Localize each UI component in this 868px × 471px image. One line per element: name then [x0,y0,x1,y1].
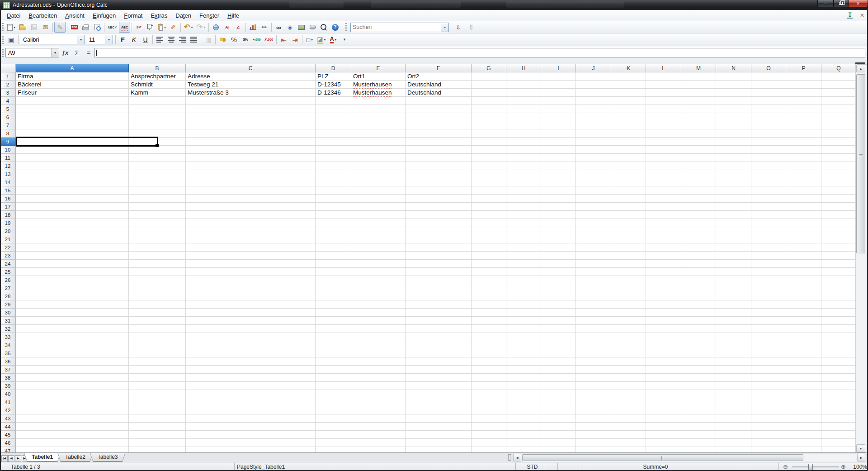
cell-reference-input[interactable] [6,50,51,56]
new-document-button[interactable]: ▾ [5,22,17,33]
column-header-N[interactable]: N [716,64,751,72]
column-header-C[interactable]: C [186,64,316,72]
auto-spellcheck-button[interactable]: ABC [119,22,130,33]
row-header-4[interactable]: 4 [0,97,16,105]
add-decimal-place-button[interactable]: +.000 [251,34,263,45]
row-header-27[interactable]: 27 [0,284,16,292]
number-format-currency-button[interactable] [217,34,228,45]
column-header-F[interactable]: F [406,64,472,72]
column-header-K[interactable]: K [611,64,646,72]
next-sheet-button[interactable]: ▶ [15,455,21,462]
previous-sheet-button[interactable]: ◀ [8,455,14,462]
styles-and-formatting-button[interactable]: ▣ [5,34,17,45]
row-header-14[interactable]: 14 [0,178,16,186]
find-next-button[interactable]: ⇩ [453,22,464,33]
row-header-36[interactable]: 36 [0,357,16,366]
column-header-E[interactable]: E [351,64,406,72]
column-header-P[interactable]: P [786,64,821,72]
column-header-A[interactable]: A [16,64,129,72]
sheet-tab-Tabelle3[interactable]: Tabelle3 [90,453,126,462]
find-input[interactable] [351,24,441,31]
insert-chart-button[interactable] [247,22,259,33]
font-size-dropdown[interactable]: ▾ [105,35,113,44]
column-header-H[interactable]: H [506,64,541,72]
menu-item-ansicht[interactable]: Ansicht [61,11,89,20]
row-header-3[interactable]: 3 [0,89,16,97]
email-button[interactable]: ✉ [40,22,51,33]
toolbar-grip[interactable] [2,23,4,31]
tab-scrollbar-splitter[interactable] [508,454,511,461]
row-header-41[interactable]: 41 [0,398,16,406]
row-header-20[interactable]: 20 [0,227,16,235]
row-header-17[interactable]: 17 [0,203,16,211]
find-toolbar-grip[interactable] [345,23,347,31]
select-all-corner[interactable] [0,64,16,72]
row-header-8[interactable]: 8 [0,129,16,138]
row-header-13[interactable]: 13 [0,170,16,178]
font-name-input[interactable] [21,36,77,43]
row-header-23[interactable]: 23 [0,252,16,260]
background-color-button[interactable]: ◪▾ [315,34,327,45]
sort-descending-button[interactable]: Z↓ [233,22,244,33]
scroll-down-button[interactable]: ▼ [856,444,865,452]
number-format-percent-button[interactable]: % [228,34,240,45]
navigator-button[interactable]: ◈ [284,22,296,33]
row-header-29[interactable]: 29 [0,300,16,309]
row-header-25[interactable]: 25 [0,268,16,276]
row-header-38[interactable]: 38 [0,374,16,382]
borders-dropdown[interactable]: ▾ [311,38,313,42]
name-box-dropdown[interactable]: ▾ [51,48,59,57]
row-header-45[interactable]: 45 [0,431,16,439]
cut-button[interactable]: ✂ [133,22,145,33]
row-header-40[interactable]: 40 [0,390,16,398]
row-header-31[interactable]: 31 [0,317,16,325]
vertical-scroll-thumb[interactable] [856,74,865,253]
underline-button[interactable]: U [140,34,151,45]
row-header-47[interactable]: 47 [0,447,16,452]
column-header-O[interactable]: O [751,64,786,72]
find-replace-button[interactable]: ∞ [273,22,284,33]
hyperlink-button[interactable] [210,22,222,33]
horizontal-scroll-thumb[interactable] [522,454,803,461]
undo-dropdown[interactable]: ▾ [191,25,193,29]
zoom-button[interactable] [318,22,330,33]
row-header-2[interactable]: 2 [0,81,16,89]
fill-handle[interactable] [156,144,159,147]
row-header-26[interactable]: 26 [0,276,16,284]
menu-item-extras[interactable]: Extras [146,11,171,20]
row-header-16[interactable]: 16 [0,195,16,203]
menu-item-fenster[interactable]: Fenster [195,11,223,20]
show-draw-functions-button[interactable]: ✏ [259,22,270,33]
row-header-42[interactable]: 42 [0,406,16,414]
font-color-button[interactable]: A▾ [327,34,339,45]
function-icon[interactable]: = [83,48,94,57]
zoom-slider-thumb[interactable] [808,464,813,470]
background-color-dropdown[interactable]: ▾ [324,38,326,42]
menu-item-datei[interactable]: Datei [3,11,24,20]
vertical-scrollbar[interactable]: ▲ ▼ [855,64,865,452]
italic-button[interactable]: K [128,34,140,45]
bold-button[interactable]: F [117,34,128,45]
font-size-input[interactable] [87,36,105,43]
number-format-standard-button[interactable]: $% [240,34,251,45]
paste-dropdown[interactable]: ▾ [164,25,166,29]
column-header-G[interactable]: G [472,64,506,72]
scroll-left-button[interactable]: ◀ [513,454,521,461]
close-button[interactable]: ✕ [848,0,868,7]
page-preview-button[interactable] [91,22,103,33]
menu-item-einfuegen[interactable]: Einfügen [89,11,120,20]
row-header-24[interactable]: 24 [0,260,16,268]
function-wizard-icon[interactable]: ƒx [59,48,71,57]
open-button[interactable] [17,22,28,33]
decrease-indent-button[interactable]: ⇤ [278,34,289,45]
row-header-9[interactable]: 9 [0,138,16,146]
column-header-I[interactable]: I [541,64,576,72]
align-center-button[interactable] [165,34,177,45]
update-available-icon[interactable]: ↧ [847,12,853,19]
menu-item-bearbeiten[interactable]: Bearbeiten [24,11,61,20]
row-header-32[interactable]: 32 [0,325,16,333]
title-bar[interactable]: Adressaten.ods - OpenOffice.org Calc – ✕ [0,0,868,10]
delete-decimal-place-button[interactable]: ✗.000 [263,34,275,45]
print-button[interactable] [80,22,91,33]
row-header-46[interactable]: 46 [0,439,16,447]
